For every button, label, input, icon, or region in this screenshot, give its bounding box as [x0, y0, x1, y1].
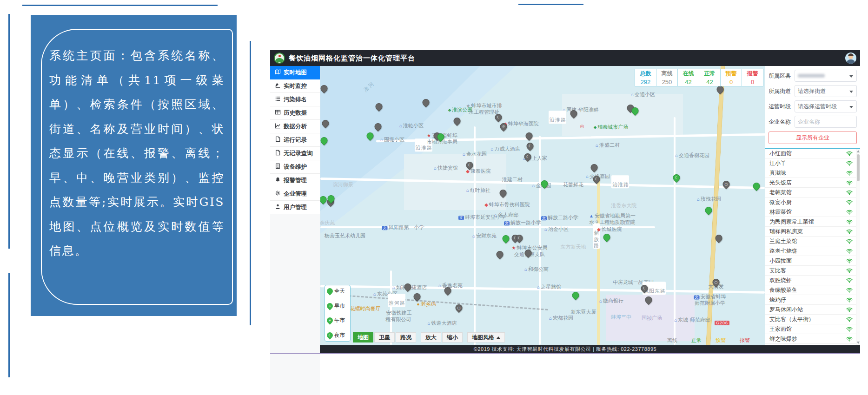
company-name: 兰庭土菜馆: [769, 237, 797, 245]
map-pin[interactable]: [523, 248, 533, 258]
map-pin[interactable]: ☾: [523, 152, 532, 162]
counter-label: 预警: [726, 70, 737, 78]
company-row[interactable]: 艾比客（太平街）: [765, 315, 860, 324]
map-label: 中房龙城一品花园: [612, 273, 654, 286]
region-select[interactable]: [795, 70, 857, 82]
sidebar-item[interactable]: 用户管理: [270, 201, 320, 214]
map-label: 淮委东大院: [610, 196, 637, 209]
map-pin[interactable]: [570, 290, 580, 300]
period-select[interactable]: 请选择运营时段: [795, 100, 857, 112]
sidebar-item-icon: [275, 82, 281, 90]
map-pin[interactable]: [539, 179, 549, 189]
map-pin[interactable]: [703, 205, 713, 215]
company-row[interactable]: 食缘酸菜鱼: [765, 285, 860, 295]
company-row[interactable]: 小四拉面: [765, 256, 860, 266]
presentation-slide: 系统主页面：包含系统名称、功能清单（共11项一级菜单）、检索条件（按照区域、街道…: [0, 0, 868, 395]
scroll-up-icon[interactable]: [857, 150, 860, 152]
map-pin[interactable]: ☾: [525, 141, 535, 151]
company-row[interactable]: 王家面馆: [765, 324, 860, 334]
company-row[interactable]: 为民阁家常土菜馆: [765, 217, 860, 227]
company-row[interactable]: 艾比客: [765, 266, 860, 276]
sidebar-item[interactable]: 报警管理: [270, 174, 320, 187]
status-legend: 离线正常预警报警: [660, 337, 757, 343]
scrollbar[interactable]: [856, 149, 860, 345]
legend-row: ☼ 早市: [327, 303, 348, 309]
map-pin[interactable]: [403, 282, 412, 292]
company-row[interactable]: 光头饭店: [765, 178, 860, 188]
company-name: 艾比客（太平街）: [769, 316, 814, 323]
company-name: 光头饭店: [769, 179, 792, 187]
sidebar-item[interactable]: 实时地图: [270, 66, 320, 79]
map-pin[interactable]: [751, 181, 761, 191]
legend-pin-icon: ☼: [325, 302, 334, 310]
sidebar-item[interactable]: 设备维护: [270, 160, 320, 174]
scroll-thumb[interactable]: [857, 154, 860, 181]
map-pin[interactable]: ☼: [498, 122, 508, 132]
company-row[interactable]: 鲜之味爆炒: [765, 334, 860, 344]
map-pin[interactable]: ☾: [493, 112, 503, 122]
company-row[interactable]: 双胜烧虾: [765, 276, 860, 285]
company-row[interactable]: 老韩菜馆: [765, 188, 860, 198]
street-select[interactable]: 请选择街道: [795, 85, 857, 97]
scroll-down-icon[interactable]: [857, 342, 860, 344]
show-all-companies-button[interactable]: 显示所有企业: [769, 132, 857, 144]
sidebar-item[interactable]: 数据分析: [270, 120, 320, 133]
map-toolbar-button[interactable]: 地图风格: [467, 332, 505, 342]
map-poi-icon: ⌂: [373, 291, 376, 296]
road: [320, 285, 765, 293]
sidebar-item[interactable]: 实时监控: [270, 79, 320, 93]
map-toolbar-button[interactable]: 放大: [421, 332, 441, 342]
wifi-online-icon: [846, 317, 853, 322]
sidebar-item[interactable]: 运行记录: [270, 133, 320, 147]
map-pin[interactable]: [602, 232, 611, 242]
user-avatar[interactable]: [845, 53, 856, 64]
map-poi-icon: ⌂: [427, 321, 430, 326]
counter-label: 总数: [640, 70, 651, 78]
company-row[interactable]: 微宴小厨: [765, 198, 860, 207]
map-toolbar-button[interactable]: 缩小: [442, 332, 463, 342]
company-row[interactable]: 兰庭土菜馆: [765, 237, 860, 246]
sidebar-item[interactable]: 污染排名: [270, 93, 320, 106]
map-canvas[interactable]: 淮河 ♣淮滨公园 ★蚌埠市城市排 水工程管理处 ◆蚌埠华海医院 ⌂同建·华阳淮畔…: [320, 66, 765, 345]
map-pin[interactable]: [495, 250, 504, 259]
map-toolbar-button[interactable]: 路况: [396, 332, 416, 342]
company-row[interactable]: 小红面馆: [765, 149, 860, 158]
company-name: 食缘酸菜鱼: [769, 286, 797, 294]
map-poi-icon: ●: [417, 302, 419, 307]
wifi-online-icon: [846, 229, 853, 234]
company-row[interactable]: 真滋味: [765, 168, 860, 178]
map-pin[interactable]: [501, 234, 510, 244]
sidebar-item-icon: [275, 123, 281, 130]
company-row[interactable]: 瑞祥阁私房菜: [765, 227, 860, 237]
sidebar-item-icon: [275, 190, 281, 198]
company-name: 王家面馆: [769, 325, 792, 333]
road-g206: [706, 66, 725, 345]
sidebar-item[interactable]: 企业管理: [270, 187, 320, 201]
sidebar-item-icon: [275, 177, 281, 184]
company-row[interactable]: 路老七烧饼: [765, 246, 860, 256]
map-pin[interactable]: [452, 116, 462, 126]
company-name: 江小丫: [769, 159, 786, 167]
sidebar-item[interactable]: 历史数据: [270, 106, 320, 120]
filter-row-period: 运营时段 请选择运营时段: [769, 100, 857, 112]
sidebar-item[interactable]: 无记录查询: [270, 147, 320, 160]
map-label: 花蕾鲜花: [562, 175, 583, 188]
map-toolbar-button[interactable]: 卫星: [374, 332, 395, 342]
counter-label: 在线: [683, 70, 694, 78]
decor-line: [8, 14, 10, 249]
map-pin[interactable]: ☾: [671, 173, 681, 183]
counter-label: 正常: [704, 70, 716, 78]
company-row[interactable]: 林霞菜馆: [765, 207, 860, 217]
map-label: 杨营玉艺术幼儿园: [324, 226, 365, 239]
counter-value: 0: [751, 79, 754, 86]
company-row[interactable]: 罗马休闲小站: [765, 305, 860, 315]
sidebar-item-label: 实时监控: [284, 82, 307, 90]
map-pin[interactable]: [589, 163, 599, 172]
company-list[interactable]: 小红面馆 江小丫: [765, 148, 860, 345]
map-toolbar-button[interactable]: 地图: [353, 332, 373, 342]
company-name-input[interactable]: 企业名称: [795, 116, 857, 128]
wifi-online-icon: [846, 190, 853, 195]
railway: [348, 295, 548, 310]
company-row[interactable]: 烧鸡仔: [765, 295, 860, 305]
company-row[interactable]: 江小丫: [765, 158, 860, 168]
